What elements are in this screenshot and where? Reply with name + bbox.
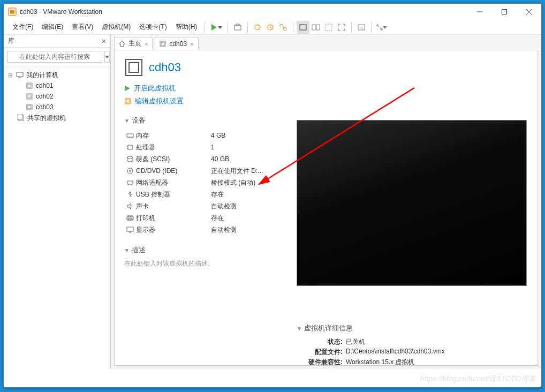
- svg-rect-33: [28, 95, 31, 98]
- shared-icon: [17, 114, 25, 122]
- tab-vm-cdh03[interactable]: cdh03 ×: [155, 37, 198, 50]
- tree-vm-cdh03[interactable]: cdh03: [4, 102, 110, 112]
- svg-rect-45: [127, 134, 133, 137]
- vm-screen-preview[interactable]: [297, 120, 527, 286]
- menu-vm[interactable]: 虚拟机(M): [97, 20, 135, 34]
- svg-rect-28: [17, 72, 23, 77]
- edit-settings-link[interactable]: 编辑虚拟机设置: [124, 96, 528, 106]
- disk-icon: [124, 155, 136, 163]
- svg-marker-27: [105, 56, 109, 58]
- snapshot-manage-button[interactable]: [277, 21, 290, 34]
- svg-rect-50: [128, 145, 132, 149]
- main-area: 主页 × cdh03 × cdh03 开启此虚拟机: [111, 35, 541, 369]
- svg-rect-58: [127, 181, 133, 184]
- titlebar: cdh03 - VMware Workstation: [4, 4, 541, 20]
- svg-rect-41: [129, 63, 139, 72]
- sidebar: 库 × ⊟ 我的计算机 cdh01: [4, 35, 111, 369]
- watermark: https://blog.csdn.net/@51CTO博客: [420, 374, 536, 384]
- power-on-link[interactable]: 开启此虚拟机: [124, 84, 528, 93]
- revert-button[interactable]: [251, 21, 264, 34]
- usb-icon: [124, 191, 136, 198]
- device-memory[interactable]: 内存4 GB: [124, 130, 279, 141]
- menubar: 文件(F) 编辑(E) 查看(V) 虚拟机(M) 选项卡(T) 帮助(H) >_: [4, 20, 541, 35]
- sidebar-title: 库: [8, 36, 102, 46]
- svg-line-14: [270, 27, 272, 28]
- device-cpu[interactable]: 处理器1: [124, 141, 279, 153]
- minimize-button[interactable]: [467, 4, 492, 20]
- svg-rect-18: [300, 25, 306, 30]
- menu-file[interactable]: 文件(F): [8, 20, 37, 34]
- view-single-button[interactable]: [297, 21, 309, 34]
- sidebar-close-button[interactable]: ×: [102, 37, 106, 46]
- snapshot-take-button[interactable]: [264, 21, 277, 34]
- device-cd[interactable]: CD/DVD (IDE)正在使用文件 D:...: [124, 165, 279, 177]
- menu-help[interactable]: 帮助(H): [171, 20, 202, 34]
- window-title: cdh03 - VMware Workstation: [20, 8, 467, 16]
- cd-icon: [124, 167, 136, 175]
- unity-button[interactable]: [322, 21, 335, 34]
- tree-shared-vms[interactable]: 共享的虚拟机: [4, 112, 110, 123]
- svg-text:>_: >_: [359, 25, 365, 30]
- device-printer[interactable]: 打印机存在: [124, 212, 279, 224]
- tab-close-icon[interactable]: ×: [145, 41, 148, 47]
- tabbar: 主页 × cdh03 ×: [111, 35, 541, 50]
- svg-rect-21: [326, 24, 332, 31]
- fullscreen-button[interactable]: [335, 21, 348, 34]
- menu-edit[interactable]: 编辑(E): [37, 20, 67, 34]
- menu-view[interactable]: 查看(V): [67, 20, 97, 34]
- snapshot-button[interactable]: [231, 21, 244, 34]
- sound-icon: [124, 202, 136, 210]
- detail-config-file: D:\Centos\install\cdh03\cdh03.vmx: [346, 348, 527, 357]
- tree-my-computer[interactable]: ⊟ 我的计算机: [4, 70, 110, 80]
- home-icon: [119, 41, 125, 47]
- app-window: cdh03 - VMware Workstation 文件(F) 编辑(E) 查…: [3, 3, 542, 388]
- play-icon: [210, 24, 218, 31]
- vm-large-icon: [124, 58, 143, 77]
- svg-rect-19: [312, 25, 315, 30]
- library-tree: ⊟ 我的计算机 cdh01 cdh02 cdh03: [4, 66, 110, 369]
- svg-rect-31: [28, 84, 31, 87]
- network-icon: [124, 179, 136, 186]
- svg-point-56: [127, 168, 133, 174]
- display-icon: [124, 226, 136, 233]
- dropdown-icon: [218, 25, 222, 29]
- tab-home[interactable]: 主页 ×: [114, 37, 153, 50]
- view-multi-button[interactable]: [309, 21, 322, 34]
- svg-marker-6: [211, 24, 217, 31]
- svg-rect-35: [28, 105, 31, 109]
- devices-table: 内存4 GB 处理器1 硬盘 (SCSI)40 GB CD/DVD (IDE)正…: [124, 130, 279, 236]
- vm-summary-panel: cdh03 开启此虚拟机 编辑虚拟机设置 ▼设备 内存4 GB 处理器1 硬盘 …: [114, 50, 538, 366]
- search-input[interactable]: [7, 51, 102, 63]
- device-usb[interactable]: USB 控制器存在: [124, 189, 279, 200]
- svg-rect-3: [502, 10, 507, 14]
- cpu-icon: [124, 144, 136, 151]
- tree-vm-cdh01[interactable]: cdh01: [4, 80, 110, 91]
- play-icon: [124, 85, 131, 92]
- settings-icon: [124, 97, 132, 105]
- tab-close-icon[interactable]: ×: [190, 41, 193, 47]
- device-sound[interactable]: 声卡自动检测: [124, 200, 279, 212]
- memory-icon: [124, 132, 136, 139]
- console-button[interactable]: >_: [355, 21, 368, 34]
- vm-icon: [25, 81, 34, 90]
- detail-compat: Workstation 15.x 虚拟机: [346, 358, 527, 366]
- device-disk[interactable]: 硬盘 (SCSI)40 GB: [124, 153, 279, 165]
- svg-rect-1: [10, 10, 14, 14]
- power-on-button[interactable]: [208, 22, 224, 32]
- maximize-button[interactable]: [492, 4, 517, 20]
- details-header[interactable]: ▼虚拟机详细信息: [297, 323, 527, 333]
- tree-vm-cdh02[interactable]: cdh02: [4, 91, 110, 102]
- close-button[interactable]: [517, 4, 541, 20]
- search-dropdown-button[interactable]: [104, 51, 110, 63]
- svg-point-57: [130, 170, 131, 172]
- svg-marker-24: [383, 26, 387, 29]
- menu-tabs[interactable]: 选项卡(T): [135, 20, 171, 34]
- vm-details-panel: ▼虚拟机详细信息 状态:已关机 配置文件:D:\Centos\install\c…: [297, 323, 527, 366]
- svg-rect-20: [316, 25, 320, 30]
- device-display[interactable]: 显示器自动检测: [124, 224, 279, 236]
- device-network[interactable]: 网络适配器桥接模式 (自动): [124, 177, 279, 189]
- stretch-button[interactable]: [375, 21, 388, 34]
- svg-point-55: [127, 156, 133, 159]
- vm-name: cdh03: [149, 61, 181, 74]
- svg-rect-44: [126, 100, 130, 103]
